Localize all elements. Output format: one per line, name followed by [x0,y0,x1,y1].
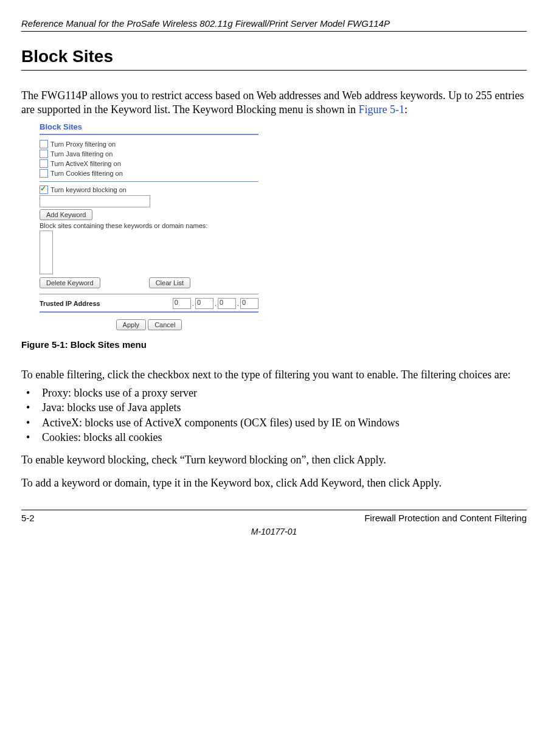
trusted-ip-label: Trusted IP Address [40,300,100,307]
figure-reference-link[interactable]: Figure 5-1 [359,103,405,116]
document-number: M-10177-01 [21,527,527,536]
add-keyword-paragraph: To add a keyword or domain, type it in t… [21,476,527,490]
screenshot-title: Block Sites [40,122,258,131]
screenshot-divider-1 [40,181,258,182]
page-number: 5-2 [21,513,35,523]
section-rule [21,70,527,71]
screenshot-divider-2 [40,294,258,294]
ip-dot: . [237,300,239,307]
ip-octet-2[interactable]: 0 [195,298,213,309]
apply-button[interactable]: Apply [116,319,147,330]
list-item: Proxy: blocks use of a proxy server [21,386,527,400]
section-title: Block Sites [21,47,527,66]
activex-filter-row: Turn ActiveX filtering on [40,159,258,168]
screenshot-rule-bottom [40,311,258,313]
ip-octet-1[interactable]: 0 [173,298,191,309]
intro-paragraph: The FWG114P allows you to restrict acces… [21,89,527,117]
keyword-input[interactable] [40,195,150,207]
cancel-button[interactable]: Cancel [148,319,182,330]
header-rule [21,31,527,32]
add-keyword-button[interactable]: Add Keyword [40,209,92,220]
cookies-label: Turn Cookies filtering on [50,170,123,177]
java-checkbox[interactable] [40,150,48,158]
keyword-checkbox[interactable] [40,186,48,194]
cookies-checkbox[interactable] [40,169,48,178]
running-head: Reference Manual for the ProSafe Wireles… [21,18,527,29]
figure-caption: Figure 5-1: Block Sites menu [21,339,527,350]
proxy-filter-row: Turn Proxy filtering on [40,140,258,148]
block-sites-containing-label: Block sites containing these keywords or… [40,222,258,229]
clear-list-button[interactable]: Clear List [149,277,190,288]
block-sites-screenshot: Block Sites Turn Proxy filtering on Turn… [40,122,258,332]
filtering-choices-list: Proxy: blocks use of a proxy server Java… [21,386,527,445]
enable-filtering-paragraph: To enable filtering, click the checkbox … [21,368,527,382]
activex-checkbox[interactable] [40,159,48,168]
ip-dot: . [192,300,194,307]
apply-cancel-row: Apply Cancel [40,317,258,332]
footer-row: 5-2 Firewall Protection and Content Filt… [21,513,527,523]
java-label: Turn Java filtering on [50,150,113,158]
keyword-listbox[interactable] [40,231,53,274]
proxy-label: Turn Proxy filtering on [50,140,116,148]
keyword-label: Turn keyword blocking on [50,186,127,193]
ip-octet-3[interactable]: 0 [218,298,236,309]
intro-tail: : [404,103,408,116]
screenshot-rule [40,134,258,135]
list-item: Java: blocks use of Java applets [21,400,527,415]
java-filter-row: Turn Java filtering on [40,150,258,158]
ip-dot: . [215,300,217,307]
delete-keyword-button[interactable]: Delete Keyword [40,277,100,288]
enable-keyword-paragraph: To enable keyword blocking, check “Turn … [21,453,527,467]
proxy-checkbox[interactable] [40,140,48,148]
keyword-blocking-row: Turn keyword blocking on [40,186,258,194]
list-item: ActiveX: blocks use of ActiveX component… [21,415,527,430]
ip-octet-4[interactable]: 0 [240,298,258,309]
list-item: Cookies: blocks all cookies [21,430,527,445]
activex-label: Turn ActiveX filtering on [50,160,121,167]
footer-rule [21,510,527,510]
intro-text: The FWG114P allows you to restrict acces… [21,89,524,116]
cookies-filter-row: Turn Cookies filtering on [40,169,258,178]
trusted-ip-fields: 0. 0. 0. 0 [173,298,258,309]
chapter-title: Firewall Protection and Content Filterin… [364,513,527,523]
